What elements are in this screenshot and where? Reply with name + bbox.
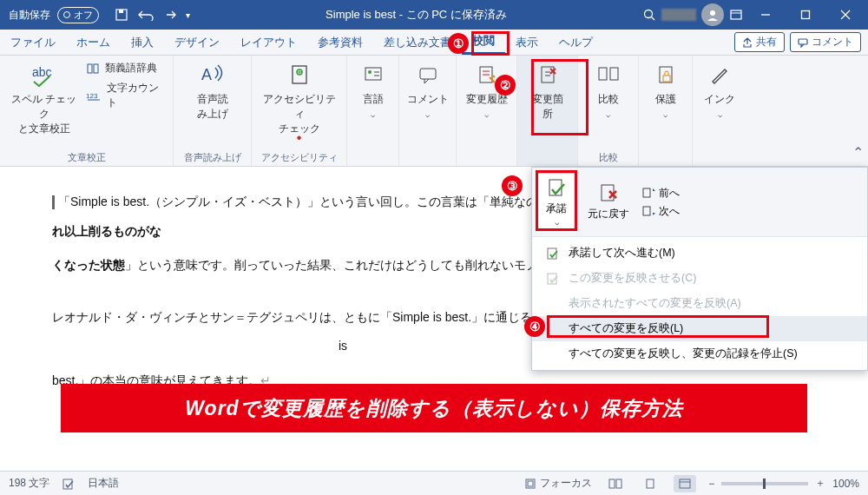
svg-line-3 bbox=[652, 17, 655, 21]
svg-rect-35 bbox=[643, 188, 650, 197]
annotation-4: ④ bbox=[524, 316, 545, 337]
menu-accept-all-stop[interactable]: すべての変更を反映し、変更の記録を停止(S) bbox=[532, 341, 867, 366]
menu-accept-next[interactable]: 承諾して次へ進む(M) bbox=[532, 241, 867, 266]
autosave-toggle[interactable]: オフ bbox=[57, 7, 99, 23]
svg-rect-28 bbox=[610, 68, 618, 80]
comment-button[interactable]: コメント⌵ bbox=[406, 61, 450, 119]
title-bar: 自動保存 オフ ▾ Simple is best - この PC に保存済み bbox=[0, 0, 868, 30]
changes-icon bbox=[534, 61, 562, 89]
svg-rect-8 bbox=[802, 11, 810, 19]
next-icon bbox=[641, 205, 655, 217]
svg-text:A: A bbox=[201, 66, 212, 83]
svg-rect-20 bbox=[365, 68, 381, 80]
svg-text:123: 123 bbox=[86, 92, 98, 100]
protect-icon bbox=[652, 61, 680, 89]
focus-icon bbox=[524, 478, 536, 490]
svg-rect-1 bbox=[119, 10, 123, 13]
tab-references[interactable]: 参考資料 bbox=[307, 30, 373, 55]
svg-rect-27 bbox=[599, 68, 607, 80]
accept-button[interactable]: 承諾⌵ bbox=[537, 173, 575, 231]
redo-icon[interactable] bbox=[163, 9, 177, 21]
read-aloud-icon: A bbox=[199, 61, 227, 89]
tab-home[interactable]: ホーム bbox=[66, 30, 121, 55]
svg-rect-43 bbox=[616, 479, 621, 488]
autosave-label: 自動保存 bbox=[9, 8, 50, 23]
protect-button[interactable]: 保護⌵ bbox=[644, 61, 687, 119]
svg-point-21 bbox=[368, 70, 372, 74]
window-title: Simple is best - この PC に保存済み bbox=[190, 7, 642, 23]
accept-icon bbox=[546, 272, 560, 286]
search-icon[interactable] bbox=[642, 8, 656, 22]
svg-rect-30 bbox=[663, 76, 670, 82]
ribbon-display-icon[interactable] bbox=[729, 8, 743, 22]
thesaurus-button[interactable]: 類義語辞典 bbox=[86, 61, 164, 76]
annotation-1: ① bbox=[448, 33, 469, 54]
accessibility-check-button[interactable]: アクセシビリティ チェック • bbox=[260, 61, 338, 138]
zoom-out-button[interactable]: − bbox=[708, 478, 714, 490]
save-icon[interactable] bbox=[115, 8, 128, 22]
comments-button[interactable]: コメント bbox=[790, 32, 861, 52]
language-icon bbox=[359, 61, 387, 89]
read-mode-icon[interactable] bbox=[604, 475, 627, 492]
svg-point-4 bbox=[710, 10, 715, 16]
wordcount-icon: 123 bbox=[86, 89, 102, 102]
close-button[interactable] bbox=[828, 0, 863, 30]
instruction-banner: Wordで変更履歴を削除する（表示しない）保存方法 bbox=[61, 384, 807, 432]
read-aloud-button[interactable]: A 音声読 み上げ bbox=[191, 61, 234, 122]
svg-rect-44 bbox=[647, 479, 654, 488]
status-proof-icon[interactable] bbox=[62, 477, 76, 491]
compare-button[interactable]: 比較⌵ bbox=[587, 61, 630, 119]
minimize-button[interactable] bbox=[748, 0, 783, 30]
svg-rect-41 bbox=[528, 481, 533, 486]
ribbon: abc スペル チェック と文章校正 類義語辞典 123文字カウント 文章校正 … bbox=[0, 56, 868, 167]
accept-dropdown-panel: 承諾⌵ 元に戻す 前へ 次へ 承諾して次へ進む(M) この変更を反映させる(C)… bbox=[531, 167, 868, 371]
user-avatar[interactable] bbox=[701, 3, 724, 26]
prev-icon bbox=[641, 187, 655, 199]
svg-rect-11 bbox=[799, 39, 807, 44]
focus-mode-button[interactable]: フォーカス bbox=[524, 476, 592, 491]
menu-accept-this: この変更を反映させる(C) bbox=[532, 266, 867, 291]
accept-icon bbox=[546, 247, 560, 261]
web-layout-icon[interactable] bbox=[674, 475, 696, 492]
status-language[interactable]: 日本語 bbox=[88, 476, 119, 491]
changes-button[interactable]: 変更箇 所 bbox=[526, 61, 569, 122]
tab-layout[interactable]: レイアウト bbox=[230, 30, 307, 55]
status-bar: 198 文字 日本語 フォーカス − ＋ 100% bbox=[0, 471, 868, 495]
ribbon-tabs: ファイル ホーム 挿入 デザイン レイアウト 参考資料 差し込み文書 校閲 表示… bbox=[0, 30, 868, 56]
status-word-count[interactable]: 198 文字 bbox=[9, 476, 49, 491]
ink-icon bbox=[706, 61, 733, 89]
previous-change-button[interactable]: 前へ bbox=[641, 186, 680, 201]
spell-check-button[interactable]: abc スペル チェック と文章校正 bbox=[9, 61, 79, 136]
tab-view[interactable]: 表示 bbox=[505, 30, 549, 55]
undo-icon[interactable] bbox=[137, 9, 155, 21]
reject-icon bbox=[597, 182, 620, 205]
tab-help[interactable]: ヘルプ bbox=[549, 30, 603, 55]
svg-rect-42 bbox=[609, 479, 615, 488]
print-layout-icon[interactable] bbox=[639, 475, 661, 492]
tab-design[interactable]: デザイン bbox=[164, 30, 230, 55]
svg-rect-22 bbox=[420, 69, 436, 79]
zoom-in-button[interactable]: ＋ bbox=[815, 476, 825, 491]
annotation-3: ③ bbox=[502, 175, 523, 196]
ribbon-collapse-icon[interactable]: ⌃ bbox=[847, 56, 868, 166]
language-button[interactable]: 言語⌵ bbox=[352, 61, 395, 119]
comment-icon bbox=[414, 61, 442, 89]
ink-button[interactable]: インク⌵ bbox=[698, 61, 741, 119]
svg-rect-36 bbox=[643, 207, 650, 215]
share-button[interactable]: 共有 bbox=[734, 32, 785, 52]
maximize-button[interactable] bbox=[788, 0, 823, 30]
next-change-button[interactable]: 次へ bbox=[641, 204, 680, 219]
annotation-2: ② bbox=[495, 75, 516, 96]
tab-file[interactable]: ファイル bbox=[0, 30, 66, 55]
zoom-level[interactable]: 100% bbox=[832, 478, 859, 490]
tab-insert[interactable]: 挿入 bbox=[121, 30, 164, 55]
menu-accept-shown: 表示されたすべての変更を反映(A) bbox=[532, 291, 867, 316]
zoom-slider[interactable] bbox=[721, 482, 808, 485]
svg-rect-13 bbox=[88, 64, 92, 73]
compare-icon bbox=[595, 61, 622, 89]
word-count-button[interactable]: 123文字カウント bbox=[86, 81, 164, 110]
menu-accept-all[interactable]: すべての変更を反映(L) bbox=[532, 316, 867, 341]
thesaurus-icon bbox=[86, 62, 100, 76]
svg-rect-5 bbox=[731, 10, 741, 19]
reject-button[interactable]: 元に戻す bbox=[581, 179, 636, 225]
